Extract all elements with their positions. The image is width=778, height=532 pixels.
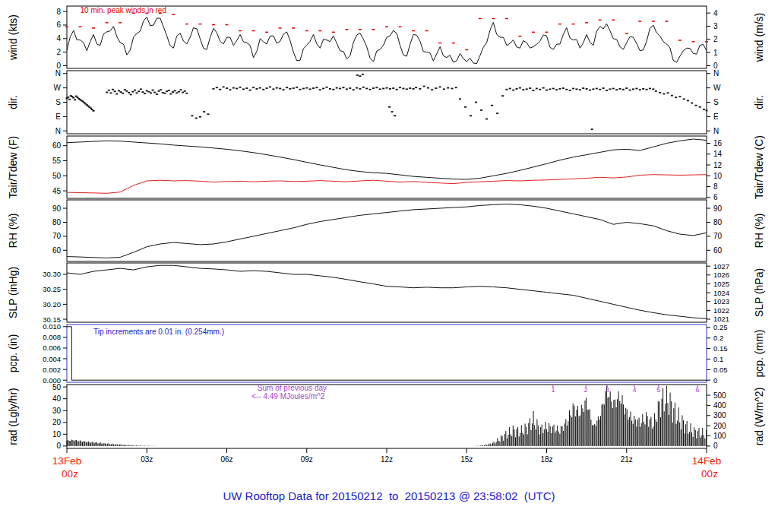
dir-point: [128, 92, 130, 93]
rh-tick-label-right: 80: [713, 218, 723, 226]
dir-point: [332, 89, 334, 90]
dir-point: [582, 87, 584, 89]
dir-point: [162, 92, 164, 93]
slp-tick-label-right: 1026: [713, 271, 729, 279]
wind-right-axis-title: wind (m/s): [753, 13, 765, 63]
dir-point: [305, 87, 308, 89]
dir-point: [394, 115, 396, 116]
dir-point: [687, 100, 689, 102]
dir-point: [141, 91, 144, 93]
dir-point: [153, 92, 156, 93]
dir-point: [309, 88, 312, 90]
dir-point: [572, 88, 574, 90]
slp-left-axis-title: SLP (inHg): [7, 267, 19, 318]
rh-tick-label-left: 80: [52, 218, 62, 226]
tair-tick-label-left: 55: [52, 157, 62, 165]
dir-point: [655, 90, 657, 92]
rad-tick-label-left: 20: [52, 418, 62, 426]
dir-point: [526, 88, 528, 90]
dir-point: [223, 86, 225, 87]
dir-point: [182, 92, 184, 93]
wind-tick-label-right: 4: [713, 9, 718, 17]
dir-point: [635, 88, 637, 90]
wind-peak-mark: [665, 21, 668, 22]
dir-point: [516, 88, 518, 90]
dir-point: [158, 90, 160, 92]
pcp-tick-label-right: 0.25: [713, 323, 728, 331]
pcp-annotation: Tip increments are 0.01 in. (0.254mm.): [93, 328, 224, 336]
dir-point: [388, 106, 391, 108]
dir-point: [599, 89, 601, 90]
wind-peak-mark: [585, 22, 588, 24]
dir-tick-label-left: N: [55, 127, 61, 135]
dir-point: [339, 88, 341, 90]
wind-peak-mark: [425, 30, 429, 32]
rh-tick-label-right: 70: [713, 232, 723, 240]
rh-series-rh_pct: [67, 204, 707, 258]
dir-point: [266, 87, 268, 89]
dir-point: [649, 88, 651, 90]
wind-tick-label-right: 2: [713, 35, 718, 43]
dir-point: [491, 105, 493, 106]
dir-point: [606, 90, 608, 91]
dir-point: [694, 105, 697, 106]
wind-peak-mark: [438, 43, 441, 44]
x-end-date-label: 13Feb: [52, 455, 81, 467]
dir-point: [379, 88, 381, 90]
dir-point: [346, 88, 348, 90]
dir-point: [431, 89, 433, 90]
pcp-tick-label-left: 0.004: [43, 355, 61, 363]
wind-peak-mark: [385, 26, 388, 27]
dir-point: [549, 88, 551, 90]
wind-peak-mark: [332, 32, 335, 33]
pcp-right-axis-title: pcp. (mm): [753, 330, 765, 378]
dir-point: [229, 89, 231, 90]
dir-point: [125, 90, 128, 92]
dir-point: [185, 93, 188, 94]
x-end-hour-label: 00z: [701, 468, 718, 480]
dir-point: [118, 90, 120, 92]
dir-point: [519, 87, 521, 89]
x-tick-label: 12z: [381, 455, 393, 464]
wind-tick-label-left: 2: [56, 48, 61, 56]
dir-point: [144, 93, 146, 94]
dir-point: [90, 108, 92, 109]
pcp-tick-label-left: 0.008: [43, 333, 61, 341]
tair-tick-label-right: 8: [713, 182, 718, 191]
rh-tick-label-left: 70: [52, 232, 62, 240]
dir-point: [529, 87, 531, 89]
rad-left-axis-title: rad (Lgly/hr): [7, 388, 19, 445]
dir-point: [146, 90, 148, 92]
dir-point: [480, 109, 482, 111]
dir-tick-label-right: E: [713, 112, 719, 121]
tair-right-axis-title: Tair/Tdew (C): [753, 135, 765, 199]
dir-point: [108, 90, 110, 91]
pcp-tick-label-left: 0.006: [43, 344, 61, 352]
dir-point: [152, 90, 154, 91]
rad-tick-label-right: 100: [713, 432, 726, 440]
dir-point: [150, 92, 152, 93]
dir-point: [455, 87, 457, 88]
dir-point: [522, 89, 524, 90]
wind-peak-mark: [265, 32, 268, 33]
dir-point: [156, 93, 158, 95]
wind-peak-mark: [279, 27, 282, 29]
rad-tick-label-left: 50: [52, 383, 62, 391]
dir-point: [671, 95, 673, 97]
wind-peak-mark: [452, 43, 455, 44]
dir-point: [329, 88, 331, 90]
dir-tick-label-left: N: [55, 69, 61, 78]
tair-frame: [67, 136, 707, 198]
dir-point: [83, 102, 85, 103]
dir-point: [427, 87, 429, 89]
dir-point: [699, 106, 701, 108]
dir-point: [293, 87, 295, 89]
dir-point: [249, 90, 251, 91]
slp-tick-label-right: 1024: [713, 289, 729, 297]
dir-tick-label-right: W: [713, 84, 721, 92]
dir-point: [575, 88, 577, 90]
dir-point: [365, 88, 368, 90]
wind-peak-mark: [546, 32, 549, 33]
dir-tick-label-left: S: [55, 98, 61, 106]
dir-left-axis-title: dir.: [7, 95, 19, 109]
